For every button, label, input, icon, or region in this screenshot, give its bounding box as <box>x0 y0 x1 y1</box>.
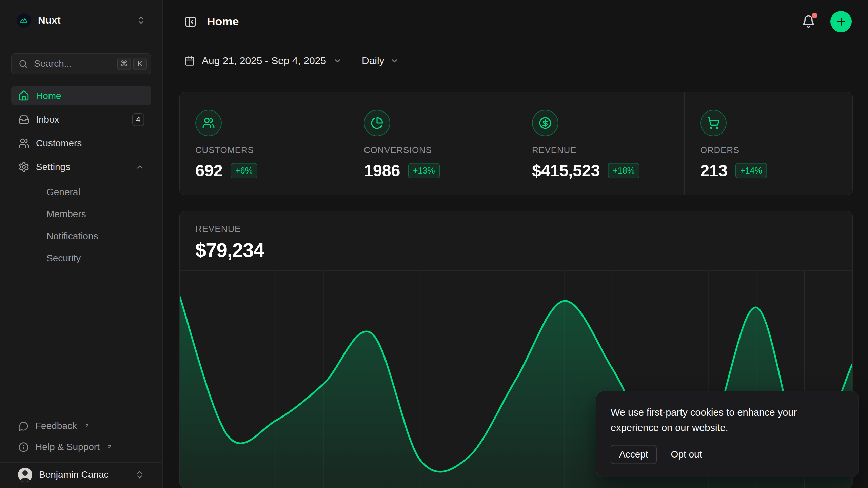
gear-icon <box>18 161 29 172</box>
feedback-label: Feedback <box>35 421 77 431</box>
notifications-button[interactable] <box>800 13 817 30</box>
sub-item-label: Security <box>46 253 81 264</box>
feedback-link[interactable]: Feedback <box>11 415 151 436</box>
filters-toolbar: Aug 21, 2025 - Sep 4, 2025 Daily <box>163 43 868 78</box>
nuxt-logo-icon <box>17 13 31 28</box>
revenue-chart-label: REVENUE <box>195 224 837 235</box>
chat-bubble-icon <box>18 421 29 431</box>
shopping-cart-icon <box>700 110 727 136</box>
chevron-down-icon <box>333 56 342 65</box>
stats-card: CUSTOMERS 692 +6% CONVERSIONS 1986 +13% <box>179 92 853 195</box>
cookie-banner: We use first-party cookies to enhance yo… <box>596 391 858 477</box>
stat-orders[interactable]: ORDERS 213 +14% <box>684 92 852 195</box>
stat-label: ORDERS <box>700 145 837 156</box>
help-support-link[interactable]: Help & Support <box>11 436 151 458</box>
sub-item-label: General <box>46 187 80 198</box>
accept-button[interactable]: Accept <box>611 445 657 464</box>
external-link-icon <box>107 441 113 452</box>
search-icon <box>18 59 28 69</box>
sidebar-item-members[interactable]: Members <box>36 203 151 225</box>
help-support-label: Help & Support <box>35 442 100 452</box>
sidebar-item-inbox[interactable]: Inbox 4 <box>11 110 151 129</box>
home-icon <box>18 90 29 101</box>
sidebar-item-label: Home <box>36 90 144 101</box>
kbd-meta: ⌘ <box>117 58 131 70</box>
stat-label: REVENUE <box>532 145 669 156</box>
search-shortcut: ⌘ K <box>117 58 147 70</box>
notification-dot <box>812 13 817 18</box>
granularity-select[interactable]: Daily <box>362 55 399 66</box>
date-range-value: Aug 21, 2025 - Sep 4, 2025 <box>202 55 326 66</box>
stat-value: 1986 <box>364 161 400 180</box>
stat-value: $415,523 <box>532 161 600 180</box>
chevrons-up-down-icon <box>136 16 146 25</box>
sidebar-item-label: Inbox <box>36 114 126 125</box>
collapse-sidebar-button[interactable] <box>184 16 197 28</box>
sidebar-item-general[interactable]: General <box>36 181 151 203</box>
stat-value: 692 <box>195 161 222 180</box>
kbd-k: K <box>133 58 147 70</box>
add-button[interactable] <box>830 11 852 32</box>
page-title: Home <box>207 15 239 28</box>
granularity-value: Daily <box>362 55 384 66</box>
calendar-icon <box>184 56 195 66</box>
stat-delta-badge: +13% <box>408 163 440 178</box>
cookie-message: We use first-party cookies to enhance yo… <box>611 405 844 435</box>
sidebar-item-security[interactable]: Security <box>36 247 151 269</box>
user-name: Benjamin Canac <box>39 469 128 480</box>
stat-customers[interactable]: CUSTOMERS 692 +6% <box>180 92 348 195</box>
users-icon <box>195 110 222 136</box>
page-header: Home <box>163 0 868 43</box>
revenue-chart-header: REVENUE $79,234 <box>180 211 852 261</box>
sidebar-item-notifications[interactable]: Notifications <box>36 225 151 247</box>
settings-subnav: General Members Notifications Security <box>36 181 151 269</box>
dollar-circle-icon <box>532 110 558 136</box>
workspace-name: Nuxt <box>38 15 130 26</box>
avatar <box>18 468 32 482</box>
inbox-icon <box>18 114 29 125</box>
stat-revenue[interactable]: REVENUE $415,523 +18% <box>516 92 684 195</box>
search-placeholder: Search... <box>34 58 112 69</box>
stat-delta-badge: +14% <box>735 163 767 178</box>
workspace-selector[interactable]: Nuxt <box>11 9 151 32</box>
sidebar-item-label: Customers <box>36 138 144 149</box>
user-menu[interactable]: Benjamin Canac <box>0 462 162 488</box>
info-circle-icon <box>18 442 29 452</box>
chevron-down-icon <box>390 56 399 65</box>
stat-delta-badge: +18% <box>608 163 639 178</box>
external-link-icon <box>84 420 90 431</box>
chevrons-up-down-icon <box>135 470 144 480</box>
sidebar-item-customers[interactable]: Customers <box>11 134 151 153</box>
sidebar: Nuxt Search... ⌘ K Home <box>0 0 163 488</box>
sidebar-footer: Feedback Help & Support <box>11 415 151 462</box>
sidebar-item-home[interactable]: Home <box>11 86 151 105</box>
sub-item-label: Members <box>46 209 86 220</box>
inbox-count-badge: 4 <box>132 113 144 126</box>
sidebar-item-label: Settings <box>36 162 129 172</box>
opt-out-button[interactable]: Opt out <box>671 449 702 460</box>
sidebar-item-settings[interactable]: Settings <box>11 157 151 177</box>
date-range-picker[interactable]: Aug 21, 2025 - Sep 4, 2025 <box>184 55 342 66</box>
stat-label: CUSTOMERS <box>195 145 332 156</box>
cookie-actions: Accept Opt out <box>611 445 844 464</box>
chevron-up-icon <box>135 163 144 171</box>
sidebar-nav: Home Inbox 4 Customers Settings <box>11 86 151 270</box>
stat-value: 213 <box>700 161 727 180</box>
users-icon <box>18 138 29 149</box>
search-input[interactable]: Search... ⌘ K <box>11 53 151 74</box>
pie-chart-icon <box>364 110 390 136</box>
header-actions <box>800 11 852 32</box>
revenue-chart-value: $79,234 <box>195 239 837 261</box>
stat-conversions[interactable]: CONVERSIONS 1986 +13% <box>348 92 516 195</box>
stat-label: CONVERSIONS <box>364 145 500 156</box>
sub-item-label: Notifications <box>46 231 98 242</box>
stat-delta-badge: +6% <box>231 163 257 178</box>
